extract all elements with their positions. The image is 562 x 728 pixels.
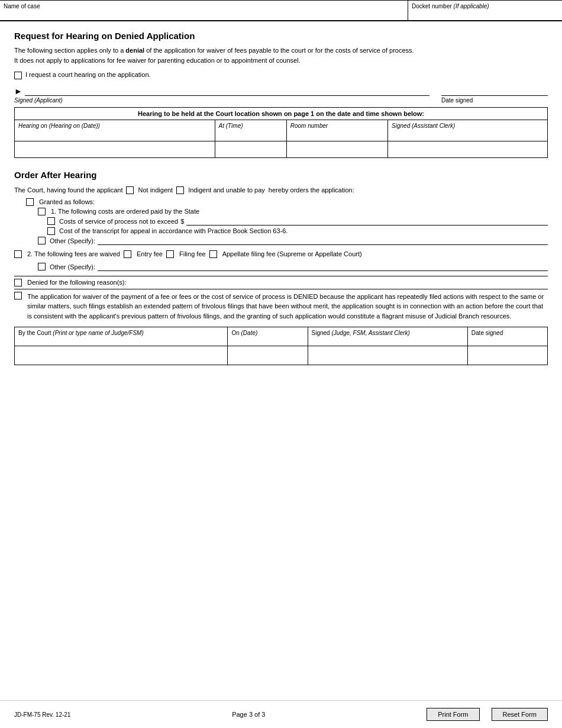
signature-line bbox=[25, 85, 429, 96]
order-section: Order After Hearing The Court, having fo… bbox=[14, 170, 548, 365]
denied-text-checkbox[interactable] bbox=[14, 292, 22, 299]
bottom-table: By the Court (Print or type name of Judg… bbox=[14, 327, 548, 365]
print-button[interactable]: Print Form bbox=[427, 708, 479, 721]
case-name-field: Name of case bbox=[0, 1, 408, 20]
on-date-cell: On (Date) bbox=[228, 327, 308, 346]
case-name-label: Name of case bbox=[4, 3, 40, 9]
docket-number-field: Docket number (If applicable) bbox=[408, 1, 562, 20]
other-specify2-checkbox[interactable] bbox=[38, 263, 46, 270]
intro-bold: denial bbox=[125, 47, 144, 54]
hearing-clerk-value bbox=[388, 141, 548, 158]
hearing-request-checkbox-row: I request a court hearing on the applica… bbox=[14, 71, 548, 79]
signed-judge-value bbox=[308, 346, 467, 365]
other-specify-row1: Other (Specify): bbox=[14, 237, 548, 245]
hearing-request-label: I request a court hearing on the applica… bbox=[25, 71, 151, 78]
intro-before-bold: The following section applies only to a bbox=[14, 47, 125, 54]
sig-labels: Signed (Applicant) Date signed bbox=[14, 97, 548, 104]
hearing-clerk-label: Signed (Assistant Clerk) bbox=[392, 123, 455, 129]
page: Name of case Docket number (If applicabl… bbox=[0, 0, 562, 728]
date-signed-label: Date signed bbox=[441, 97, 548, 104]
other-specify1-label: Other (Specify): bbox=[50, 237, 95, 244]
hearing-request-checkbox[interactable] bbox=[14, 72, 22, 79]
transcript-checkbox[interactable] bbox=[47, 227, 55, 235]
orders-text: hereby orders the application: bbox=[269, 185, 354, 197]
denied-checkbox[interactable] bbox=[14, 279, 22, 286]
footer-buttons: Print Form Reset Form bbox=[427, 708, 548, 721]
arrow-line: ► bbox=[14, 85, 548, 96]
date-signed-bottom-cell: Date signed bbox=[467, 327, 547, 346]
item1-row: 1. The following costs are ordered paid … bbox=[14, 208, 548, 215]
filing-fee-checkbox[interactable] bbox=[166, 250, 174, 258]
court-found-row: The Court, having found the applicant No… bbox=[14, 185, 548, 197]
signed-judge-label: Signed (Judge, FSM, Assistant Clerk) bbox=[312, 330, 410, 336]
other-specify1-checkbox[interactable] bbox=[38, 237, 46, 244]
hearing-notice-header: Hearing to be held at the Court location… bbox=[15, 108, 548, 120]
appellate-fee-label: Appellate filing fee (Supreme or Appella… bbox=[222, 249, 362, 260]
item1-label: 1. The following costs are ordered paid … bbox=[51, 208, 199, 215]
hearing-time-cell: At (Time) bbox=[215, 120, 286, 141]
appellate-fee-checkbox[interactable] bbox=[209, 250, 217, 258]
order-section-title: Order After Hearing bbox=[14, 170, 548, 180]
on-date-label: On (Date) bbox=[231, 330, 257, 336]
hearing-table: Hearing to be held at the Court location… bbox=[14, 107, 548, 158]
fees-waived-row: 2. The following fees are waived Entry f… bbox=[14, 249, 548, 260]
item1-checkbox[interactable] bbox=[38, 208, 46, 215]
hearing-date-cell: Hearing on (Hearing on (Date)) bbox=[15, 120, 215, 141]
hearing-date-label: Hearing on (Hearing on (Date)) bbox=[18, 123, 100, 129]
judge-name-value bbox=[15, 346, 228, 365]
hearing-time-value bbox=[215, 141, 286, 158]
intro-text: The following section applies only to a … bbox=[14, 46, 548, 65]
denied-bottom-divider bbox=[14, 289, 548, 289]
granted-label: Granted as follows: bbox=[39, 198, 95, 205]
date-signed-bottom-value bbox=[467, 346, 547, 365]
other-specify1-line bbox=[98, 237, 548, 245]
reset-button[interactable]: Reset Form bbox=[492, 708, 548, 721]
other-specify2-line bbox=[98, 263, 548, 271]
transcript-label: Cost of the transcript for appeal in acc… bbox=[59, 227, 288, 234]
entry-fee-label: Entry fee bbox=[137, 249, 163, 260]
costs-service-label: Costs of service of process not to excee… bbox=[59, 218, 178, 225]
intro-after-bold: of the application for waiver of fees pa… bbox=[144, 47, 414, 54]
intro-line3: It does not apply to applications for fe… bbox=[14, 57, 301, 64]
item2-checkbox[interactable] bbox=[14, 250, 22, 258]
not-indigent-checkbox[interactable] bbox=[126, 186, 134, 194]
hearing-room-value bbox=[286, 141, 387, 158]
granted-row: Granted as follows: bbox=[14, 198, 548, 206]
by-court-label: By the Court (Print or type name of Judg… bbox=[18, 330, 144, 336]
request-section-title: Request for Hearing on Denied Applicatio… bbox=[14, 31, 548, 41]
date-signed-line bbox=[441, 85, 548, 96]
indigent-unable-checkbox[interactable] bbox=[176, 186, 184, 194]
costs-service-checkbox[interactable] bbox=[47, 217, 55, 225]
date-signed-bottom-label: Date signed bbox=[471, 330, 503, 336]
signed-judge-cell: Signed (Judge, FSM, Assistant Clerk) bbox=[308, 327, 467, 346]
hearing-room-label: Room number bbox=[290, 123, 328, 129]
granted-checkbox[interactable] bbox=[26, 198, 34, 206]
arrow-icon: ► bbox=[14, 86, 22, 96]
filing-fee-label: Filing fee bbox=[179, 249, 206, 260]
docket-label: Docket number bbox=[412, 3, 452, 9]
denied-text-body: The application for waiver of the paymen… bbox=[27, 292, 548, 321]
docket-applicable: (If applicable) bbox=[454, 3, 489, 9]
hearing-clerk-cell: Signed (Assistant Clerk) bbox=[388, 120, 548, 141]
other-specify-row2: Other (Specify): bbox=[14, 263, 548, 271]
costs-service-row: Costs of service of process not to excee… bbox=[14, 217, 548, 226]
entry-fee-checkbox[interactable] bbox=[124, 250, 131, 258]
signed-applicant-label: Signed (Applicant) bbox=[14, 97, 429, 104]
court-found-text: The Court, having found the applicant bbox=[14, 185, 122, 197]
denied-label: Denied for the following reason(s): bbox=[27, 279, 127, 286]
denied-divider bbox=[14, 276, 548, 276]
page-info: Page 3 of 3 bbox=[232, 711, 265, 718]
hearing-room-cell: Room number bbox=[286, 120, 387, 141]
main-content: Request for Hearing on Denied Applicatio… bbox=[0, 21, 562, 700]
request-section: Request for Hearing on Denied Applicatio… bbox=[14, 31, 548, 158]
denied-text-block: The application for waiver of the paymen… bbox=[14, 292, 548, 321]
form-id: JD-FM-75 Rev. 12-21 bbox=[14, 711, 70, 718]
other-specify2-label: Other (Specify): bbox=[50, 263, 95, 270]
transcript-row: Cost of the transcript for appeal in acc… bbox=[14, 227, 548, 235]
by-court-cell: By the Court (Print or type name of Judg… bbox=[15, 327, 228, 346]
costs-amount-line bbox=[186, 217, 548, 226]
header-row: Name of case Docket number (If applicabl… bbox=[0, 0, 562, 21]
not-indigent-label: Not indigent bbox=[138, 185, 173, 197]
hearing-date-value bbox=[15, 141, 215, 158]
footer: JD-FM-75 Rev. 12-21 Page 3 of 3 Print Fo… bbox=[0, 700, 562, 728]
